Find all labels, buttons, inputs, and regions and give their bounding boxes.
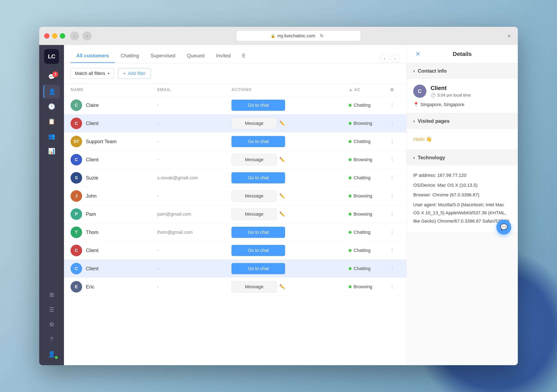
go-to-chat-button[interactable]: Go to chat (231, 100, 285, 111)
status-cell: Browsing (349, 157, 390, 162)
address-bar[interactable]: 🔒 my.livechatinc.com ↻ (237, 31, 360, 41)
table-row: C Client - Go to chat Chatting ⋮ (64, 260, 406, 278)
sidebar-item-customers[interactable]: 👤 (43, 85, 60, 99)
status-dot (349, 158, 352, 161)
add-filter-button[interactable]: + Add filter (118, 68, 151, 79)
contact-info-label: Contact info (418, 68, 447, 74)
table-row: C Client - Message ✏️ Browsing ⋮ (64, 151, 406, 169)
browser-titlebar: ‹ › 🔒 my.livechatinc.com ↻ + (39, 27, 518, 45)
message-button[interactable]: Message (231, 281, 277, 293)
back-button[interactable]: ‹ (70, 31, 79, 41)
status-dot (349, 267, 352, 270)
avatar: P (71, 208, 82, 220)
tab-supervised[interactable]: Supervised (145, 49, 181, 63)
tab-queued[interactable]: Queued (181, 49, 210, 63)
go-to-chat-button[interactable]: Go to chat (231, 227, 285, 238)
visited-pages-label: Visited pages (418, 118, 450, 124)
filter-dropdown[interactable]: Match all filters ▾ (71, 68, 114, 79)
row-options[interactable]: ⋮ (390, 157, 400, 162)
name-cell: C Client (71, 245, 157, 256)
action-cell: Message ✏️ (231, 208, 349, 220)
row-options[interactable]: ⋮ (390, 284, 400, 289)
avatar: C (71, 118, 82, 129)
contact-info-header[interactable]: › Contact info (407, 63, 518, 79)
go-to-chat-button[interactable]: Go to chat (231, 172, 285, 183)
go-to-chat-button[interactable]: Go to chat (231, 136, 285, 147)
edit-icon[interactable]: ✏️ (279, 157, 285, 162)
edit-icon[interactable]: ✏️ (279, 212, 285, 217)
status-text: Browsing (354, 284, 372, 289)
contact-chevron-icon: › (413, 68, 415, 74)
tab-more[interactable]: E (237, 49, 251, 63)
technology-chevron-icon: › (413, 155, 415, 161)
url-text: my.livechatinc.com (277, 33, 315, 39)
minimize-traffic-light[interactable] (52, 33, 57, 39)
maximize-traffic-light[interactable] (60, 33, 65, 39)
message-button[interactable]: Message (231, 154, 277, 165)
action-cell: Go to chat (231, 100, 349, 111)
new-tab-button[interactable]: + (505, 32, 513, 40)
edit-icon[interactable]: ✏️ (279, 284, 285, 289)
visited-pages-header[interactable]: › Visited pages (407, 113, 518, 129)
row-options[interactable]: ⋮ (390, 139, 400, 144)
customer-name: Support Team (86, 139, 116, 144)
go-to-chat-button[interactable]: Go to chat (231, 245, 285, 256)
sidebar-item-menu[interactable]: ☰ (43, 302, 60, 317)
tab-prev-button[interactable]: ‹ (380, 54, 389, 63)
action-cell: Message ✏️ (231, 154, 349, 165)
row-options[interactable]: ⋮ (390, 212, 400, 217)
sidebar-item-settings[interactable]: ⚙ (43, 317, 60, 331)
row-options[interactable]: ⋮ (390, 103, 400, 108)
sidebar-item-help[interactable]: ? (43, 332, 60, 346)
name-cell: T Thom (71, 227, 157, 238)
message-button[interactable]: Message (231, 208, 277, 220)
row-options[interactable]: ⋮ (390, 193, 400, 199)
edit-icon[interactable]: ✏️ (279, 121, 285, 126)
menu-icon: ☰ (49, 306, 54, 313)
chat-fab-button[interactable]: 💬 (496, 220, 511, 235)
sidebar-item-profile[interactable]: 👤 (43, 347, 60, 361)
row-options[interactable]: ⋮ (390, 175, 400, 180)
email-cell: s.novak@gmail.com (157, 175, 231, 180)
close-traffic-light[interactable] (44, 33, 49, 39)
tab-invited[interactable]: Invited (210, 49, 237, 63)
edit-icon[interactable]: ✏️ (279, 193, 285, 199)
tab-next-button[interactable]: › (391, 54, 400, 63)
status-text: Browsing (354, 193, 372, 199)
sidebar-item-grid[interactable]: ⊞ (43, 288, 60, 302)
visited-pages-section: › Visited pages Hello 👋 (407, 113, 518, 150)
action-cell: Message ✏️ (231, 190, 349, 202)
sidebar-item-history[interactable]: 🕐 (43, 99, 60, 114)
sidebar-item-chat[interactable]: 💬 3 (43, 70, 60, 84)
name-cell: S Suzie (71, 172, 157, 184)
row-options[interactable]: ⋮ (390, 266, 400, 271)
details-close-button[interactable]: ✕ (413, 49, 422, 59)
email-cell: thom@gmail.com (157, 230, 231, 235)
details-panel: ✕ Details › Contact info C Client (406, 45, 518, 365)
col-config-icon[interactable]: ⚙ (390, 87, 400, 93)
sidebar-item-team[interactable]: 👥 (43, 129, 60, 143)
sidebar-item-stats[interactable]: 📊 (43, 144, 60, 158)
row-options[interactable]: ⋮ (390, 230, 400, 235)
message-button[interactable]: Message (231, 118, 277, 129)
tab-navigation: ‹ › (380, 54, 400, 63)
tab-all-customers[interactable]: All customers (71, 49, 115, 63)
col-sort[interactable]: ▲ AC (349, 87, 390, 93)
user-agent: User agent: Mozilla/5.0 (Macintosh; Inte… (413, 201, 511, 225)
refresh-button[interactable]: ↻ (317, 31, 326, 41)
technology-header[interactable]: › Technology (407, 150, 518, 165)
col-email: EMAIL (157, 87, 231, 93)
tab-chatting[interactable]: Chatting (115, 49, 145, 63)
sidebar-item-reports[interactable]: 📋 (43, 114, 60, 128)
message-button[interactable]: Message (231, 190, 277, 202)
row-options[interactable]: ⋮ (390, 248, 400, 253)
forward-button[interactable]: › (82, 31, 92, 41)
avatar: T (71, 227, 82, 238)
name-cell: P Pam (71, 208, 157, 220)
customer-table: NAME EMAIL ACTIONS ▲ AC ⚙ C Claire - Go … (64, 84, 406, 365)
chat-fab-icon: 💬 (500, 223, 508, 231)
row-options[interactable]: ⋮ (390, 121, 400, 126)
status-cell: Chatting (349, 230, 390, 235)
details-header: ✕ Details (407, 45, 518, 63)
go-to-chat-button[interactable]: Go to chat (231, 263, 285, 274)
